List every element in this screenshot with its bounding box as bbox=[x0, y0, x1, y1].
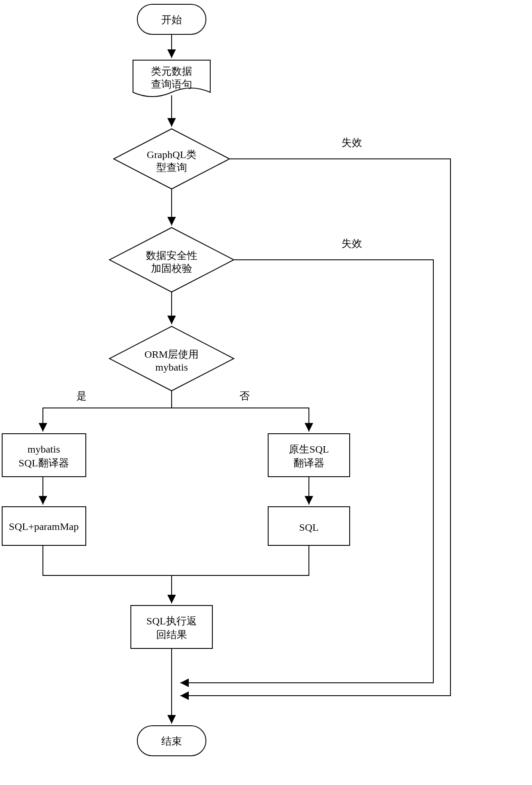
flowchart-diagram: 开始 类元数据 查询语句 GraphQL类 型查询 失效 数据安全性 加固校验 … bbox=[0, 0, 532, 785]
node-end: 结束 bbox=[137, 726, 206, 756]
procL1-line2: SQL翻译器 bbox=[18, 457, 69, 469]
d2-line2: 加固校验 bbox=[151, 263, 192, 274]
start-label: 开始 bbox=[161, 14, 182, 25]
d1-line1: GraphQL类 bbox=[147, 149, 196, 160]
svg-rect-8 bbox=[131, 605, 212, 648]
input-line2: 查询语句 bbox=[151, 79, 192, 90]
edge-label-yes: 是 bbox=[76, 390, 87, 402]
procR1-line2: 翻译器 bbox=[293, 457, 324, 469]
node-start: 开始 bbox=[137, 4, 206, 34]
node-sql: SQL bbox=[268, 507, 350, 545]
result-line1: SQL执行返 bbox=[146, 615, 196, 627]
result-line2: 回结果 bbox=[156, 629, 187, 640]
procL1-line1: mybatis bbox=[27, 444, 60, 455]
d3-line2: mybatis bbox=[155, 362, 188, 373]
edge-label-fail2: 失效 bbox=[342, 238, 362, 249]
node-decision-graphql: GraphQL类 型查询 bbox=[114, 129, 230, 189]
edge-d3-yes bbox=[43, 391, 172, 432]
procR2-label: SQL bbox=[299, 522, 318, 533]
edge-d3-no bbox=[172, 408, 309, 432]
node-decision-orm: ORM层使用 mybatis bbox=[109, 326, 234, 391]
node-native-sql-translator: 原生SQL 翻译器 bbox=[268, 434, 350, 477]
node-input: 类元数据 查询语句 bbox=[133, 60, 210, 97]
node-mybatis-translator: mybatis SQL翻译器 bbox=[2, 434, 86, 477]
edge-label-no: 否 bbox=[239, 390, 250, 402]
edge-d1-fail bbox=[180, 159, 450, 696]
node-sql-parammap: SQL+paramMap bbox=[2, 507, 86, 545]
edge-label-fail1: 失效 bbox=[342, 137, 362, 148]
end-label: 结束 bbox=[161, 736, 182, 747]
node-result: SQL执行返 回结果 bbox=[131, 605, 212, 648]
node-decision-security: 数据安全性 加固校验 bbox=[109, 228, 234, 292]
svg-rect-4 bbox=[2, 434, 86, 477]
edge-merge-horizontal bbox=[43, 545, 309, 575]
d3-line1: ORM层使用 bbox=[145, 349, 199, 360]
procR1-line1: 原生SQL bbox=[289, 444, 329, 455]
d1-line2: 型查询 bbox=[156, 162, 187, 173]
procL2-label: SQL+paramMap bbox=[9, 521, 79, 532]
svg-rect-5 bbox=[268, 434, 350, 477]
input-line1: 类元数据 bbox=[151, 66, 192, 77]
d2-line1: 数据安全性 bbox=[146, 250, 197, 261]
